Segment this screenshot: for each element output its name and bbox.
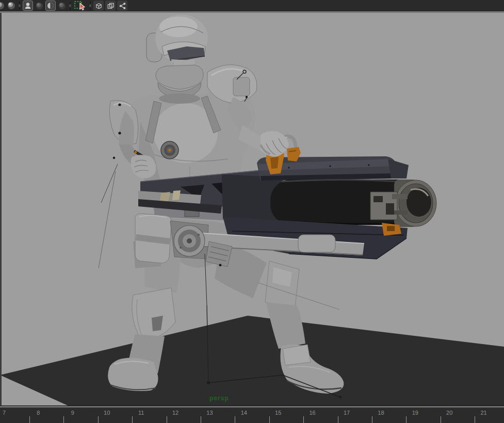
frame-label: 11 [138, 410, 144, 416]
frame-tick [167, 416, 167, 423]
share-network-button[interactable] [117, 1, 127, 11]
viewport-3d[interactable]: persp [0, 11, 504, 405]
viewport-3d-scene[interactable] [0, 13, 504, 405]
frame-tick [235, 416, 235, 423]
frame-label: 12 [172, 410, 178, 416]
share-nodes-icon [119, 2, 126, 10]
camera-label: persp [209, 395, 229, 402]
dcc-application-window: persp 789101112131415161718192021 [0, 0, 504, 423]
frame-tick [132, 416, 133, 423]
overlapping-squares-icon [107, 2, 115, 10]
frame-tick [63, 416, 64, 423]
cube-icon [95, 2, 103, 10]
toolbar-divider [88, 1, 92, 11]
frame-label: 19 [412, 410, 418, 416]
shaded-sphere-icon[interactable] [7, 1, 16, 10]
time-slider[interactable]: 789101112131415161718192021 [0, 409, 504, 423]
frame-label: 21 [480, 410, 486, 416]
toolbar-divider [18, 1, 21, 11]
divider-glyph [69, 1, 72, 10]
character-helmet-head [147, 14, 208, 104]
frame-tick [475, 416, 475, 423]
frame-tick [338, 416, 338, 423]
marquee-select-tool-icon[interactable] [73, 1, 87, 10]
frame-label: 15 [275, 410, 281, 416]
frame-label: 14 [241, 410, 247, 416]
frame-label: 17 [344, 410, 350, 416]
marquee-select-glyph [74, 1, 86, 11]
shaded-sphere-glyph [58, 2, 66, 10]
layered-squares-button[interactable] [105, 1, 116, 11]
frame-label: 13 [206, 410, 213, 416]
frame-tick [303, 416, 304, 423]
half-sphere-icon [47, 2, 54, 9]
shaded-sphere-glyph [36, 2, 43, 10]
chest-emblem [161, 141, 178, 159]
divider-glyph [89, 1, 92, 10]
shaded-sphere-glyph [7, 2, 15, 10]
frame-tick [29, 416, 30, 423]
frame-label: 10 [104, 410, 110, 416]
toolbar [0, 0, 504, 11]
shaded-sphere-glyph [0, 2, 5, 10]
frame-tick [406, 416, 407, 423]
half-shade-display-button[interactable] [45, 1, 56, 11]
frame-tick [98, 416, 99, 423]
frame-tick [269, 416, 270, 423]
hip-pouch [133, 214, 171, 268]
ground-plane[interactable] [0, 316, 504, 405]
character-display-button[interactable] [23, 1, 33, 11]
sphere-display-muted-icon[interactable] [35, 1, 44, 10]
frame-tick [372, 416, 372, 423]
frame-label: 9 [71, 410, 74, 416]
toolbar-divider [68, 1, 72, 11]
shaded-sphere-icon[interactable] [0, 1, 5, 10]
frame-tick [201, 416, 201, 423]
person-bust-icon [24, 2, 31, 9]
frame-label: 8 [37, 410, 40, 416]
sphere-display-muted-icon[interactable] [57, 1, 67, 10]
frame-label: 16 [309, 410, 315, 416]
frame-label: 20 [446, 410, 452, 416]
viewport-left-border [0, 13, 2, 405]
divider-glyph [18, 1, 21, 10]
wireframe-cube-button[interactable] [93, 1, 104, 11]
weapon-muzzle-cap [394, 180, 436, 227]
frame-tick [441, 416, 441, 423]
frame-label: 18 [378, 410, 384, 416]
frame-label: 7 [3, 410, 6, 416]
